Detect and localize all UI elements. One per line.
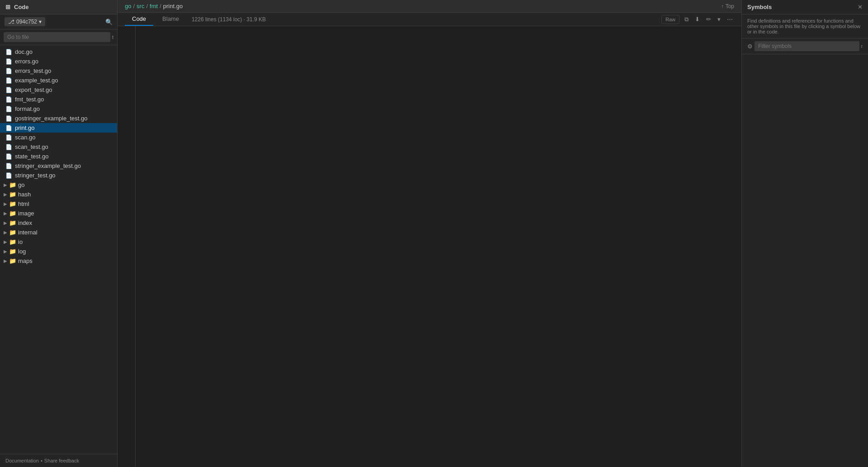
chevron-down-icon[interactable]: ▾ bbox=[716, 14, 722, 24]
chevron-right-icon: ▶ bbox=[4, 258, 7, 263]
file-name: format.go bbox=[15, 105, 40, 112]
breadcrumb-sep1: / bbox=[133, 3, 135, 10]
file-name: stringer_test.go bbox=[15, 172, 56, 179]
file-item-example-testgo[interactable]: 📄 example_test.go bbox=[0, 76, 117, 85]
go-to-icon: t bbox=[112, 34, 113, 40]
folder-image[interactable]: ▶ 📁 image bbox=[0, 209, 117, 218]
code-editor[interactable] bbox=[118, 26, 741, 467]
top-button[interactable]: ↑ Top bbox=[721, 3, 734, 10]
chevron-right-icon: ▶ bbox=[4, 201, 7, 206]
breadcrumb-go[interactable]: go bbox=[125, 3, 131, 10]
folder-icon: 📁 bbox=[9, 257, 16, 264]
chevron-right-icon: ▶ bbox=[4, 220, 7, 225]
symbols-header: Symbols ✕ bbox=[742, 0, 868, 14]
sidebar-header: ⊞ Code bbox=[0, 0, 117, 14]
file-icon: 📄 bbox=[5, 106, 12, 112]
file-item-scango[interactable]: 📄 scan.go bbox=[0, 133, 117, 142]
symbols-panel: Symbols ✕ Find definitions and reference… bbox=[741, 0, 868, 467]
folder-maps[interactable]: ▶ 📁 maps bbox=[0, 256, 117, 266]
file-icon: 📄 bbox=[5, 163, 12, 169]
file-name: errors.go bbox=[15, 58, 38, 65]
chevron-right-icon: ▶ bbox=[4, 230, 7, 235]
raw-button[interactable]: Raw bbox=[661, 15, 679, 24]
toolbar-right: Raw ⧉ ⬇ ✏ ▾ ⋯ bbox=[661, 14, 734, 24]
folder-name: io bbox=[18, 238, 23, 245]
folder-icon: 📁 bbox=[9, 238, 16, 245]
chevron-right-icon: ▶ bbox=[4, 182, 7, 187]
folder-io[interactable]: ▶ 📁 io bbox=[0, 237, 117, 247]
file-name: scan_test.go bbox=[15, 143, 48, 150]
sidebar-title: Code bbox=[14, 4, 29, 10]
file-meta: 1226 lines (1134 loc) · 31.9 KB bbox=[192, 16, 266, 23]
file-item-formatgo[interactable]: 📄 format.go bbox=[0, 104, 117, 114]
file-name: export_test.go bbox=[15, 86, 52, 93]
breadcrumb: go / src / fmt / print.go bbox=[125, 3, 183, 10]
tab-code[interactable]: Code bbox=[125, 13, 153, 26]
file-item-gostringer[interactable]: 📄 gostringer_example_test.go bbox=[0, 114, 117, 123]
breadcrumb-current: print.go bbox=[163, 3, 183, 10]
edit-icon[interactable]: ✏ bbox=[705, 14, 712, 24]
folder-name: internal bbox=[18, 229, 38, 236]
git-branch-label: 094c752 bbox=[16, 19, 37, 25]
chevron-down-icon: ▾ bbox=[39, 19, 42, 25]
folder-hash[interactable]: ▶ 📁 hash bbox=[0, 190, 117, 199]
file-item-errors-testgo[interactable]: 📄 errors_test.go bbox=[0, 66, 117, 76]
file-item-errorsgo[interactable]: 📄 errors.go bbox=[0, 57, 117, 66]
breadcrumb-fmt[interactable]: fmt bbox=[150, 3, 158, 10]
symbols-close-icon[interactable]: ✕ bbox=[858, 4, 863, 10]
file-icon: 📄 bbox=[5, 77, 12, 84]
file-item-stringer-example[interactable]: 📄 stringer_example_test.go bbox=[0, 161, 117, 171]
breadcrumb-sep2: / bbox=[146, 3, 148, 10]
folder-internal[interactable]: ▶ 📁 internal bbox=[0, 228, 117, 237]
copy-icon[interactable]: ⧉ bbox=[683, 14, 690, 24]
symbols-description: Find definitions and references for func… bbox=[742, 14, 868, 38]
git-branch-selector[interactable]: ⎇ 094c752 ▾ bbox=[5, 17, 45, 26]
symbols-filter-input[interactable] bbox=[755, 41, 859, 51]
filter-shortcut: r bbox=[861, 44, 863, 49]
breadcrumb-src[interactable]: src bbox=[137, 3, 144, 10]
file-name: stringer_example_test.go bbox=[15, 162, 81, 169]
file-icon: 📄 bbox=[5, 144, 12, 150]
file-item-printgo[interactable]: 📄 print.go bbox=[0, 123, 117, 133]
file-icon: 📄 bbox=[5, 87, 12, 93]
file-name: scan.go bbox=[15, 134, 36, 141]
search-input[interactable] bbox=[4, 32, 110, 42]
folder-name: index bbox=[18, 219, 32, 226]
file-icon: 📄 bbox=[5, 125, 12, 131]
symbols-filter-bar: ⚙ r bbox=[742, 38, 868, 54]
tab-blame[interactable]: Blame bbox=[155, 13, 186, 26]
chevron-right-icon: ▶ bbox=[4, 211, 7, 216]
folder-index[interactable]: ▶ 📁 index bbox=[0, 218, 117, 228]
chevron-right-icon: ▶ bbox=[4, 249, 7, 254]
code-content bbox=[136, 26, 741, 467]
share-feedback-link[interactable]: Share feedback bbox=[44, 458, 79, 463]
search-icon[interactable]: 🔍 bbox=[105, 19, 113, 25]
more-options-icon[interactable]: ⋯ bbox=[726, 14, 734, 24]
file-item-export-testgo[interactable]: 📄 export_test.go bbox=[0, 85, 117, 95]
file-item-state-testgo[interactable]: 📄 state_test.go bbox=[0, 152, 117, 161]
folder-go[interactable]: ▶ 📁 go bbox=[0, 180, 117, 190]
file-name: print.go bbox=[15, 124, 34, 131]
file-item-fmt-testgo[interactable]: 📄 fmt_test.go bbox=[0, 95, 117, 104]
file-icon: 📄 bbox=[5, 115, 12, 122]
chevron-right-icon: ▶ bbox=[4, 192, 7, 197]
file-item-stringer-testgo[interactable]: 📄 stringer_test.go bbox=[0, 171, 117, 180]
file-search-bar: t bbox=[0, 29, 117, 45]
symbols-list bbox=[742, 54, 868, 467]
file-icon: 📄 bbox=[5, 58, 12, 65]
file-item-docgo[interactable]: 📄 doc.go bbox=[0, 47, 117, 57]
sidebar-git-section: ⎇ 094c752 ▾ 🔍 bbox=[0, 14, 117, 29]
download-icon[interactable]: ⬇ bbox=[693, 14, 701, 24]
file-icon: 📄 bbox=[5, 134, 12, 141]
folder-icon: 📁 bbox=[9, 181, 16, 188]
documentation-link[interactable]: Documentation bbox=[5, 458, 39, 463]
folder-html[interactable]: ▶ 📁 html bbox=[0, 199, 117, 209]
folder-icon: 📁 bbox=[9, 191, 16, 198]
line-numbers bbox=[118, 26, 136, 467]
file-item-scan-testgo[interactable]: 📄 scan_test.go bbox=[0, 142, 117, 152]
breadcrumb-sep3: / bbox=[160, 3, 161, 10]
main-content: go / src / fmt / print.go ↑ Top Code Bla… bbox=[118, 0, 741, 467]
folder-icon: 📁 bbox=[9, 210, 16, 217]
folder-log[interactable]: ▶ 📁 log bbox=[0, 247, 117, 256]
file-icon: 📄 bbox=[5, 153, 12, 160]
